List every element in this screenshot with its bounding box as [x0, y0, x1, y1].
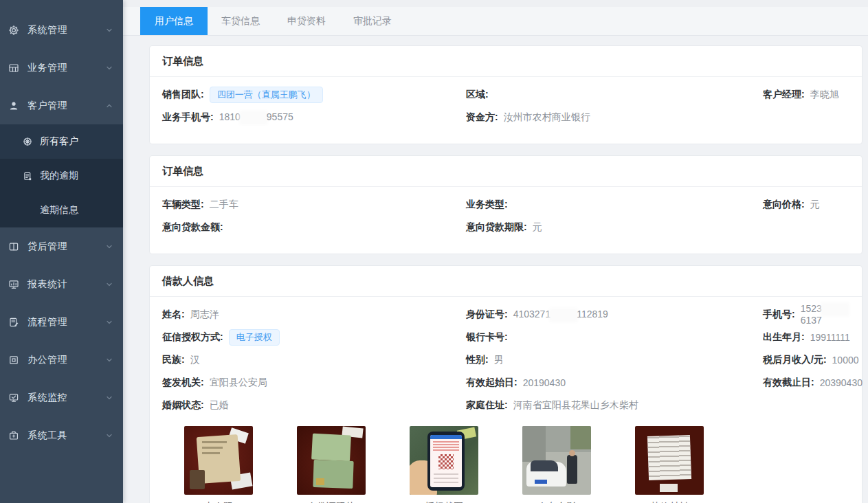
field: 资金方:汝州市农村商业银行: [466, 106, 763, 128]
field-row: 签发机关:宜阳县公安局有效起始日:20190430有效截止日:20390430: [162, 371, 849, 394]
photo-green-booklet-gold: [316, 478, 324, 485]
sidebar-item-label: 客户管理: [27, 100, 105, 112]
field-row: 销售团队:四团一营（直属王鹏飞）区域:客户经理:李晓旭: [162, 83, 849, 106]
sidebar-item-label: 贷后管理: [27, 241, 105, 253]
sidebar-item-3[interactable]: 贷后管理: [0, 227, 123, 265]
toolbox-icon: [8, 430, 19, 441]
photo-phone-qr[interactable]: [410, 426, 478, 495]
field-tag[interactable]: 四团一营（直属王鹏飞）: [210, 87, 323, 103]
field-row: 业务手机号:181095575资金方:汝州市农村商业银行: [162, 106, 849, 128]
chevron-down-icon: [105, 394, 113, 402]
sidebar-item-label: 报表统计: [27, 278, 105, 291]
gear-icon: [8, 25, 19, 36]
field: 税后月收入/元:10000: [763, 348, 859, 371]
field-label: 性别:: [466, 354, 489, 366]
card-body: 车辆类型:二手车业务类型:意向价格:元意向贷款金额:意向贷款期限:元: [150, 187, 862, 254]
attachment-0: 本人照: [184, 426, 253, 503]
field-row: 征信授权方式:电子授权银行卡号:出生年月:19911111: [162, 326, 849, 348]
photo-green-booklet[interactable]: [297, 426, 366, 495]
sidebar-item-5[interactable]: 流程管理: [0, 303, 123, 341]
chevron-down-icon: [105, 26, 113, 34]
chevron-down-icon: [105, 64, 113, 72]
field: 出生年月:19911111: [763, 326, 850, 348]
field-value-redacted: 15236137: [801, 303, 849, 326]
idcard-line: [202, 452, 220, 454]
phone-sbar: [430, 435, 462, 439]
redacted-suffix: 6137: [801, 315, 822, 326]
office-square-icon: [8, 355, 19, 366]
sidebar-item-0[interactable]: 系统管理: [0, 11, 123, 49]
field-label: 业务类型:: [466, 199, 508, 211]
tab-0[interactable]: 用户信息: [140, 7, 208, 35]
redaction-smudge: [241, 113, 266, 123]
photo-green-booklet-b-top: [311, 434, 351, 462]
field-label: 家庭住址:: [466, 399, 508, 412]
field-value-redacted: 4103271112819: [513, 309, 608, 320]
photo-phone-qr-phone: [427, 432, 465, 491]
main-content: 用户信息车贷信息申贷资料审批记录 订单信息销售团队:四团一营（直属王鹏飞）区域:…: [123, 0, 868, 503]
redacted-prefix: 1523: [801, 303, 822, 314]
photo-person-car-shield: [531, 460, 558, 471]
photo-id-card[interactable]: [184, 426, 253, 495]
chart-monitor-icon: [8, 279, 19, 290]
tab-2[interactable]: 申贷资料: [274, 7, 340, 35]
submenu-item-0[interactable]: 所有客户: [0, 124, 123, 159]
field: 业务手机号:181095575: [162, 106, 466, 128]
sidebar-item-label: 系统管理: [27, 24, 105, 36]
sidebar-item-6[interactable]: 办公管理: [0, 341, 123, 379]
sidebar-item-7[interactable]: 系统监控: [0, 379, 123, 416]
field-row: 姓名:周志洋身份证号:4103271112819手机号:15236137: [162, 303, 849, 326]
field-value: 10000: [832, 355, 859, 366]
photo-person-car[interactable]: [522, 426, 591, 495]
field: 婚姻状态:已婚: [162, 394, 466, 416]
field-value: 元: [533, 221, 542, 234]
card-title: 借款人信息: [150, 266, 862, 297]
attachment-3: 人车合影: [522, 426, 591, 503]
field: 业务类型:: [466, 193, 763, 216]
photo-paper-doc[interactable]: [635, 426, 704, 495]
card-title: 订单信息: [150, 46, 862, 77]
photo-person-car-plate: [535, 480, 547, 484]
field-value: 19911111: [810, 332, 850, 343]
top-strip: [123, 0, 868, 7]
field-label: 意向价格:: [763, 199, 805, 211]
sidebar-item-2[interactable]: 客户管理: [0, 87, 123, 124]
compass-icon: [23, 137, 33, 147]
field-label: 民族:: [162, 354, 185, 366]
field-label: 税后月收入/元:: [763, 354, 827, 366]
card-2: 借款人信息姓名:周志洋身份证号:4103271112819手机号:1523613…: [149, 265, 863, 503]
field: 意向价格:元: [763, 193, 849, 216]
field-label: 银行卡号:: [466, 331, 508, 344]
field-tag[interactable]: 电子授权: [229, 329, 280, 346]
field: 客户经理:李晓旭: [763, 83, 849, 106]
sidebar-item-8[interactable]: 系统工具: [0, 416, 123, 454]
photo-person-car-person: [567, 455, 577, 484]
flow-doc-icon: [8, 317, 19, 328]
submenu-item-1[interactable]: 我的逾期: [0, 159, 123, 193]
card-body: 销售团队:四团一营（直属王鹏飞）区域:客户经理:李晓旭业务手机号:1810955…: [150, 77, 862, 144]
phone-screen: [430, 435, 462, 487]
field-label: 征信授权方式:: [162, 331, 223, 344]
tab-1[interactable]: 车贷信息: [208, 7, 274, 35]
chevron-down-icon: [105, 318, 113, 326]
cards-container: 订单信息销售团队:四团一营（直属王鹏飞）区域:客户经理:李晓旭业务手机号:181…: [123, 45, 868, 503]
field-label: 身份证号:: [466, 309, 508, 321]
field-label: 有效截止日:: [763, 377, 814, 389]
sidebar-item-label: 系统监控: [27, 392, 105, 404]
tab-3[interactable]: 审批记录: [340, 7, 405, 35]
submenu-item-label: 所有客户: [40, 135, 78, 148]
submenu-item-2[interactable]: 逾期信息: [0, 193, 123, 227]
sidebar-item-label: 流程管理: [27, 316, 105, 328]
field-value: 男: [494, 354, 504, 366]
attachment-4: 其他材料: [635, 426, 704, 503]
field: 签发机关:宜阳县公安局: [162, 371, 466, 394]
field-label: 业务手机号:: [162, 111, 214, 124]
field-label: 意向贷款金额:: [162, 221, 223, 234]
sidebar-item-1[interactable]: 业务管理: [0, 49, 123, 87]
field: 有效起始日:20190430: [466, 371, 763, 394]
idcard-line: [202, 447, 223, 449]
notebook-icon: [23, 171, 33, 181]
field-value: 元: [810, 199, 820, 211]
field-label: 手机号:: [763, 309, 795, 321]
sidebar-item-4[interactable]: 报表统计: [0, 265, 123, 303]
